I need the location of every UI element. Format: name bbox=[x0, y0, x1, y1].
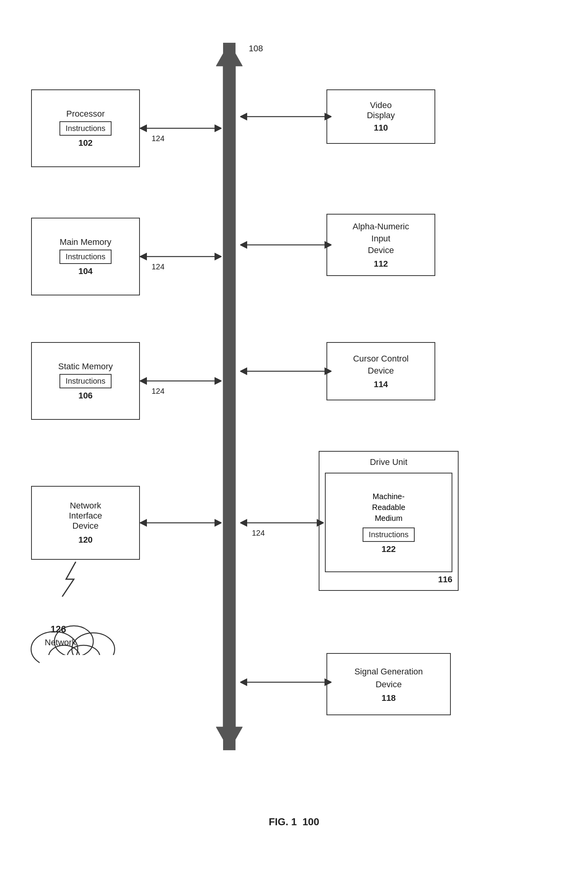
label-124-main-memory: 124 bbox=[152, 262, 164, 271]
alpha-numeric-box: Alpha-Numeric Input Device 112 bbox=[326, 214, 435, 276]
drive-unit-inner: Instructions bbox=[363, 527, 415, 542]
bus-to-video-arrow bbox=[240, 111, 332, 122]
network-label: Network bbox=[45, 637, 76, 648]
processor-title: Processor bbox=[66, 109, 105, 119]
svg-marker-3 bbox=[216, 727, 243, 750]
main-memory-box: Main Memory Instructions 104 bbox=[31, 218, 140, 295]
main-memory-number: 104 bbox=[79, 266, 93, 276]
static-memory-number: 106 bbox=[79, 391, 93, 401]
video-display-title: Video Display bbox=[367, 100, 395, 121]
label-124-drive: 124 bbox=[252, 529, 265, 538]
diagram: 108 Processor Instructions 102 124 Main … bbox=[0, 23, 588, 840]
main-memory-inner: Instructions bbox=[59, 250, 112, 264]
bus-to-signal-arrow bbox=[240, 676, 332, 688]
lightning-bolt bbox=[60, 562, 84, 597]
processor-number: 102 bbox=[79, 138, 93, 148]
svg-rect-21 bbox=[40, 655, 117, 671]
figure-label: FIG. 1 100 bbox=[269, 816, 319, 828]
network-interface-number: 120 bbox=[79, 535, 93, 545]
signal-generation-number: 118 bbox=[382, 693, 396, 703]
bus-to-drive-arrow bbox=[240, 517, 324, 529]
network-interface-box: Network Interface Device 120 bbox=[31, 486, 140, 560]
processor-inner: Instructions bbox=[59, 121, 112, 136]
central-bus-arrow bbox=[216, 43, 243, 750]
processor-box: Processor Instructions 102 bbox=[31, 89, 140, 167]
processor-bus-arrow bbox=[140, 122, 222, 134]
bus-to-cursor-arrow bbox=[240, 365, 332, 377]
network-interface-title: Network Interface Device bbox=[69, 501, 102, 531]
machine-readable-title: Machine-ReadableMedium bbox=[372, 491, 405, 524]
static-memory-box: Static Memory Instructions 106 bbox=[31, 342, 140, 420]
drive-unit-title: Drive Unit bbox=[325, 457, 452, 467]
bus-label-108: 108 bbox=[249, 44, 263, 54]
svg-rect-2 bbox=[223, 43, 236, 750]
signal-generation-box: Signal Generation Device 118 bbox=[326, 653, 451, 715]
main-memory-bus-arrow bbox=[140, 251, 222, 262]
network-cloud bbox=[23, 595, 124, 672]
drive-unit-box: Drive Unit Machine-ReadableMedium Instru… bbox=[319, 451, 459, 591]
network-interface-bus-arrow bbox=[140, 517, 222, 529]
drive-unit-number: 116 bbox=[438, 575, 452, 584]
network-number: 126 bbox=[51, 624, 66, 635]
main-memory-title: Main Memory bbox=[59, 237, 111, 247]
static-memory-title: Static Memory bbox=[58, 362, 113, 372]
alpha-numeric-title: Alpha-Numeric Input Device bbox=[352, 221, 409, 257]
static-memory-bus-arrow bbox=[140, 375, 222, 387]
video-display-box: Video Display 110 bbox=[326, 89, 435, 144]
cursor-control-number: 114 bbox=[374, 379, 388, 389]
video-display-number: 110 bbox=[374, 123, 388, 133]
bus-to-alpha-arrow bbox=[240, 239, 332, 251]
drive-unit-inner-number: 122 bbox=[382, 544, 396, 554]
signal-generation-title: Signal Generation Device bbox=[354, 665, 423, 691]
cursor-control-box: Cursor Control Device 114 bbox=[326, 342, 435, 400]
label-124-processor: 124 bbox=[152, 134, 164, 143]
alpha-numeric-number: 112 bbox=[374, 259, 388, 269]
static-memory-inner: Instructions bbox=[59, 374, 112, 388]
cursor-control-title: Cursor Control Device bbox=[353, 353, 408, 377]
label-124-static-memory: 124 bbox=[152, 387, 164, 396]
